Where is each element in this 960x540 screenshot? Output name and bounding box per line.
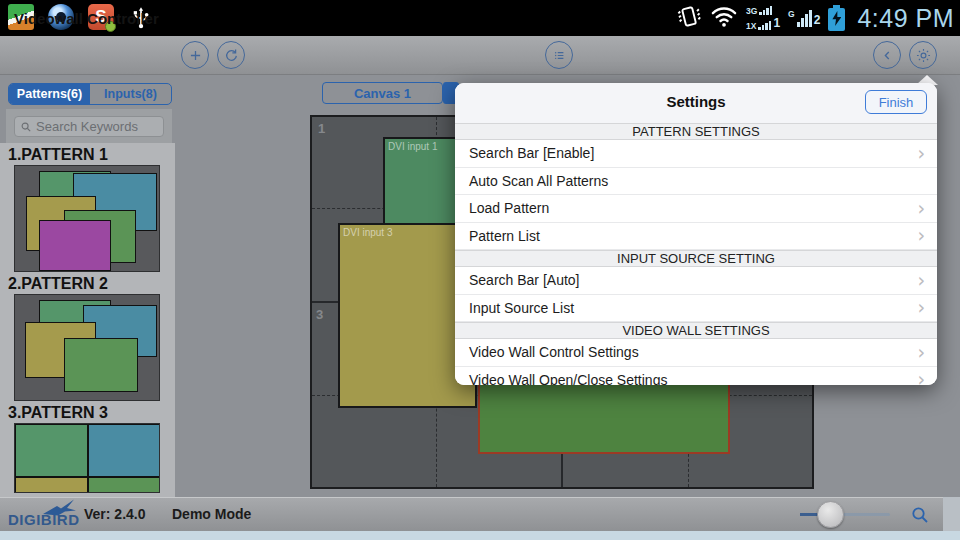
back-button[interactable]	[873, 41, 901, 69]
chevron-right-icon: ›	[917, 370, 925, 385]
thumb-window	[64, 338, 138, 392]
menu-item-label: Video Wall Control Settings	[469, 344, 639, 360]
magnifier-icon[interactable]	[908, 503, 932, 527]
chevron-right-icon: ›	[917, 298, 925, 317]
battery-charging-icon	[828, 5, 845, 31]
chevron-right-icon: ›	[917, 226, 925, 245]
cdma-1x-label: 1X	[746, 22, 756, 30]
pattern-list[interactable]: 1.PATTERN 1 2.PATTERN 2 3.PATTERN 3	[0, 143, 175, 497]
menu-item-label: Search Bar [Auto]	[469, 272, 580, 288]
menu-item-label: Video Wall Open/Close Settings	[469, 372, 667, 385]
thumb-window	[39, 220, 111, 271]
pattern-1-thumbnail[interactable]	[14, 165, 160, 272]
settings-popup-header: Settings Finish	[455, 83, 937, 123]
section-input-source-setting: INPUT SOURCE SETTING	[455, 250, 937, 267]
screen-bottom-strip	[0, 531, 960, 540]
add-button[interactable]	[181, 41, 209, 69]
search-icon	[20, 121, 32, 133]
refresh-button[interactable]	[217, 41, 245, 69]
wifi-icon	[710, 2, 738, 34]
gsm-sim-number: 2	[814, 13, 821, 27]
list-icon	[551, 47, 568, 64]
clock: 4:49 PM	[853, 4, 954, 33]
thumb-window	[88, 477, 160, 493]
chevron-left-icon	[879, 47, 896, 64]
plus-icon	[187, 47, 204, 64]
cdma-signal-icon: 3G 1X 1	[746, 6, 780, 30]
thumb-window	[15, 424, 88, 477]
menu-item-search-bar-enable[interactable]: Search Bar [Enable] ›	[455, 140, 937, 168]
search-box[interactable]	[14, 116, 164, 137]
menu-item-label: Input Source List	[469, 300, 574, 316]
screen-cell-number: 3	[316, 307, 323, 322]
gear-icon	[915, 47, 932, 64]
menu-item-label: Auto Scan All Patterns	[469, 173, 608, 189]
pattern-2-thumbnail[interactable]	[14, 294, 160, 401]
section-pattern-settings: PATTERN SETTINGS	[455, 123, 937, 140]
cdma-3g-bars	[759, 6, 772, 15]
chevron-right-icon: ›	[917, 271, 925, 290]
pattern-item-label: 1.PATTERN 1	[8, 146, 175, 164]
app-header	[0, 36, 960, 75]
section-video-wall-settings: VIDEO WALL SETTINGS	[455, 322, 937, 339]
bird-icon	[42, 498, 82, 516]
gsm-bars	[797, 10, 812, 27]
menu-item-label: Load Pattern	[469, 200, 549, 216]
cdma-1x-bars	[758, 21, 771, 30]
app-title: Videowall Controller	[14, 10, 159, 27]
pattern-item-label: 2.PATTERN 2	[8, 275, 175, 293]
refresh-icon	[223, 47, 240, 64]
gsm-signal-icon: G 2	[788, 10, 820, 27]
tab-inputs[interactable]: Inputs(8)	[90, 84, 171, 104]
tab-patterns[interactable]: Patterns(6)	[9, 84, 90, 104]
settings-popup: Settings Finish PATTERN SETTINGS Search …	[455, 83, 937, 385]
menu-item-input-source-list[interactable]: Input Source List ›	[455, 295, 937, 323]
zoom-slider[interactable]	[800, 513, 890, 516]
zoom-slider-handle[interactable]	[817, 501, 844, 528]
tab-canvas-1[interactable]: Canvas 1	[322, 82, 443, 104]
finish-button[interactable]: Finish	[865, 90, 927, 114]
menu-item-video-wall-open-close-settings[interactable]: Video Wall Open/Close Settings ›	[455, 367, 937, 386]
menu-item-load-pattern[interactable]: Load Pattern ›	[455, 195, 937, 223]
menu-item-label: Pattern List	[469, 228, 540, 244]
screen-cell-number: 1	[318, 121, 325, 136]
thumb-window	[15, 477, 88, 493]
thumb-window	[88, 424, 160, 477]
menu-item-pattern-list[interactable]: Pattern List ›	[455, 223, 937, 251]
layer-list-button[interactable]	[545, 41, 573, 69]
chevron-right-icon: ›	[917, 199, 925, 218]
cdma-sim-number: 1	[773, 16, 780, 30]
menu-item-auto-scan-all-patterns[interactable]: Auto Scan All Patterns	[455, 168, 937, 196]
demo-mode-label: Demo Mode	[172, 506, 251, 522]
menu-item-video-wall-control-settings[interactable]: Video Wall Control Settings ›	[455, 339, 937, 367]
chevron-right-icon: ›	[917, 343, 925, 362]
footer-bar: DIGIBIRD Ver: 2.4.0 Demo Mode	[0, 497, 943, 531]
vibrate-icon	[675, 3, 702, 34]
menu-item-label: Search Bar [Enable]	[469, 145, 594, 161]
menu-item-search-bar-auto[interactable]: Search Bar [Auto] ›	[455, 267, 937, 295]
chevron-right-icon: ›	[917, 144, 925, 163]
pattern-item-label: 3.PATTERN 3	[8, 404, 175, 422]
settings-button[interactable]	[909, 41, 937, 69]
status-bar-right-icons: 3G 1X 1 G 2 4:49 PM	[675, 0, 954, 36]
videowall-controller-screen: S	[0, 0, 960, 540]
pattern-3-thumbnail[interactable]	[14, 423, 160, 493]
version-label: Ver: 2.4.0	[84, 506, 146, 522]
cdma-3g-label: 3G	[746, 7, 757, 15]
search-panel	[6, 109, 172, 143]
gsm-g-label: G	[788, 10, 795, 18]
search-input[interactable]	[36, 119, 156, 134]
footer-right-strip	[943, 497, 960, 532]
sidebar-tabs: Patterns(6) Inputs(8)	[8, 83, 172, 105]
